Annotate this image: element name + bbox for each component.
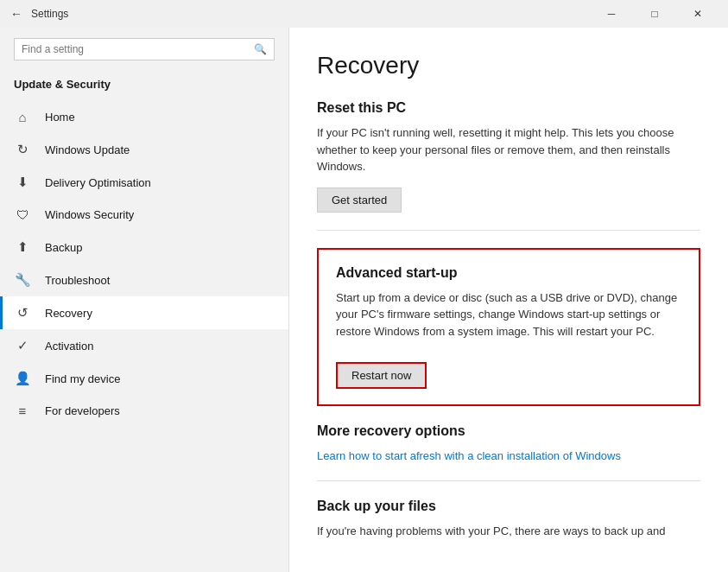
sidebar-item-for-developers[interactable]: ≡ For developers [0,395,288,427]
content-area: 🔍 Update & Security ⌂ Home ↻ Windows Upd… [0,28,728,572]
delivery-icon: ⬇ [14,175,31,190]
sidebar-item-label: For developers [45,404,120,417]
sidebar-item-label: Find my device [45,372,120,385]
sidebar-item-label: Home [45,111,75,124]
restart-now-button[interactable]: Restart now [336,362,427,389]
page-title: Recovery [317,52,700,79]
clean-install-link[interactable]: Learn how to start afresh with a clean i… [317,449,621,462]
sidebar-item-home[interactable]: ⌂ Home [0,101,288,133]
advanced-startup-title: Advanced start-up [336,265,681,281]
sidebar: 🔍 Update & Security ⌂ Home ↻ Windows Upd… [0,28,289,572]
get-started-button[interactable]: Get started [317,187,402,213]
sidebar-section-title: Update & Security [0,71,288,101]
titlebar: ← Settings ─ □ ✕ [0,0,728,28]
minimize-button[interactable]: ─ [592,0,631,28]
titlebar-title: Settings [31,8,592,20]
maximize-button[interactable]: □ [635,0,674,28]
sidebar-item-label: Windows Security [45,208,134,221]
sidebar-item-label: Backup [45,241,82,254]
backup-title: Back up your files [317,499,700,514]
divider-1 [317,230,700,231]
sidebar-item-label: Activation [45,340,93,353]
sidebar-item-windows-security[interactable]: 🛡 Windows Security [0,199,288,231]
update-icon: ↻ [14,142,31,157]
sidebar-item-windows-update[interactable]: ↻ Windows Update [0,133,288,166]
sidebar-item-recovery[interactable]: ↺ Recovery [0,296,288,329]
home-icon: ⌂ [14,110,31,124]
sidebar-item-label: Recovery [45,307,92,320]
window-controls: ─ □ ✕ [592,0,718,28]
developers-icon: ≡ [14,404,31,418]
close-button[interactable]: ✕ [678,0,718,28]
main-content: Recovery Reset this PC If your PC isn't … [289,28,728,572]
more-options-title: More recovery options [317,423,700,439]
reset-section-desc: If your PC isn't running well, resetting… [317,124,700,175]
backup-desc: If you're having problems with your PC, … [317,523,700,540]
reset-section-title: Reset this PC [317,100,700,116]
settings-window: ← Settings ─ □ ✕ 🔍 Update & Security ⌂ H… [0,0,728,572]
divider-2 [317,480,700,481]
sidebar-item-label: Windows Update [45,143,130,156]
backup-icon: ⬆ [14,239,31,255]
activation-icon: ✓ [14,338,31,353]
recovery-icon: ↺ [14,305,31,321]
sidebar-item-find-my-device[interactable]: 👤 Find my device [0,362,288,395]
shield-icon: 🛡 [14,207,31,222]
sidebar-item-activation[interactable]: ✓ Activation [0,329,288,362]
search-icon: 🔍 [254,43,267,55]
advanced-startup-desc: Start up from a device or disc (such as … [336,289,681,340]
troubleshoot-icon: 🔧 [14,272,31,288]
sidebar-item-backup[interactable]: ⬆ Backup [0,231,288,264]
sidebar-item-label: Troubleshoot [45,274,110,287]
advanced-startup-box: Advanced start-up Start up from a device… [317,248,700,407]
sidebar-item-troubleshoot[interactable]: 🔧 Troubleshoot [0,264,288,296]
search-input[interactable] [22,43,254,55]
search-box[interactable]: 🔍 [14,38,275,60]
sidebar-item-label: Delivery Optimisation [45,176,151,189]
back-button[interactable]: ← [10,7,22,21]
sidebar-item-delivery-optimisation[interactable]: ⬇ Delivery Optimisation [0,166,288,199]
find-device-icon: 👤 [14,371,31,386]
